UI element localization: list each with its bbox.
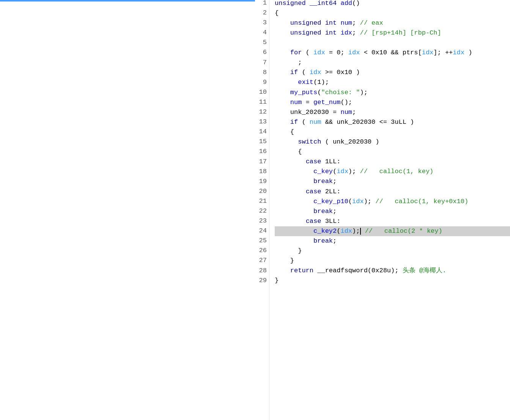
code-line-9: exit(1); (275, 78, 510, 88)
code-line-3: unsigned int num; // eax (275, 18, 510, 28)
code-line-18: c_key(idx); // calloc(1, key) (275, 167, 510, 177)
code-line-5 (275, 38, 510, 48)
line-numbers: 1 2 3 4 5 6 7 8 9 10 11 12 13 14 15 16 1… (255, 0, 269, 420)
code-line-19: break; (275, 177, 510, 187)
code-line-13: if ( num && unk_202030 <= 3uLL ) (275, 117, 510, 127)
code-line-6: for ( idx = 0; idx < 0x10 && ptrs[idx]; … (275, 48, 510, 58)
top-bar (0, 0, 255, 2)
code-line-12: unk_202030 = num; (275, 107, 510, 117)
code-line-8: if ( idx >= 0x10 ) (275, 68, 510, 78)
code-line-17: case 1LL: (275, 157, 510, 167)
code-line-15: switch ( unk_202030 ) (275, 137, 510, 147)
code-line-20: case 2LL: (275, 187, 510, 197)
code-line-11: num = get_num(); (275, 98, 510, 107)
code-line-27: } (275, 256, 510, 266)
code-line-29: } (275, 276, 510, 286)
code-line-22: break; (275, 207, 510, 216)
code-line-23: case 3LL: (275, 216, 510, 226)
code-line-10: my_puts("choise: "); (275, 88, 510, 98)
code-area[interactable]: unsigned __int64 add() { unsigned int nu… (269, 0, 510, 420)
code-line-16: { (275, 147, 510, 157)
code-line-28: return __readfsqword(0x28u); 头条 @海椰人. (275, 266, 510, 276)
code-line-25: break; (275, 236, 510, 246)
code-line-21: c_key_p10(idx); // calloc(1, key+0x10) (275, 197, 510, 207)
code-line-24: c_key2(idx); // calloc(2 * key) (275, 226, 510, 236)
code-line-2: { (275, 8, 510, 18)
code-container: 1 2 3 4 5 6 7 8 9 10 11 12 13 14 15 16 1… (0, 0, 510, 420)
code-line-4: unsigned int idx; // [rsp+14h] [rbp-Ch] (275, 28, 510, 38)
code-line-14: { (275, 127, 510, 137)
code-line-26: } (275, 246, 510, 256)
code-line-7: ; (275, 58, 510, 68)
code-line-1: unsigned __int64 add() (275, 0, 510, 8)
